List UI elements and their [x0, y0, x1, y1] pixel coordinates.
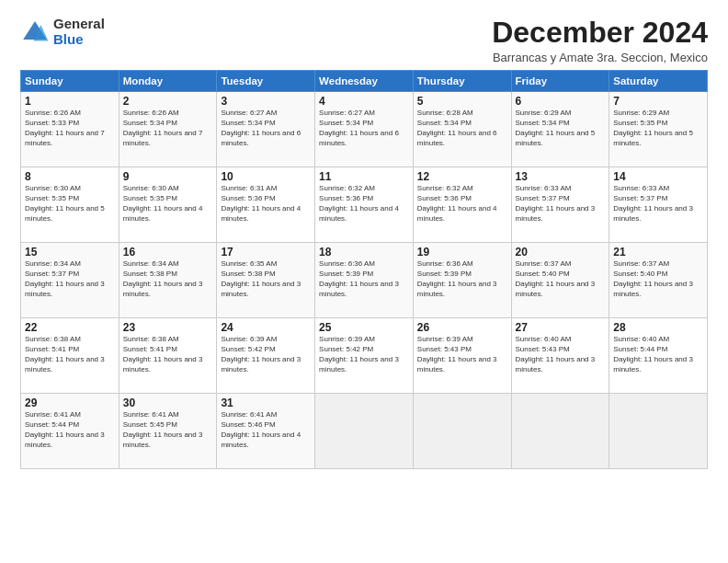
day-detail: Sunrise: 6:31 AMSunset: 5:36 PMDaylight:… [221, 184, 311, 224]
sunrise-label: Sunrise: 6:37 AM [613, 259, 669, 268]
col-friday: Friday [511, 71, 609, 92]
sunset-label: Sunset: 5:34 PM [319, 119, 373, 127]
daylight-label: Daylight: 11 hours and 3 minutes. [417, 355, 497, 373]
sunset-label: Sunset: 5:43 PM [516, 345, 570, 353]
day-detail: Sunrise: 6:28 AMSunset: 5:34 PMDaylight:… [417, 109, 507, 148]
sunrise-label: Sunrise: 6:32 AM [319, 184, 375, 192]
day-number: 3 [221, 95, 311, 108]
table-row: 3Sunrise: 6:27 AMSunset: 5:34 PMDaylight… [217, 92, 315, 167]
table-row: 19Sunrise: 6:36 AMSunset: 5:39 PMDayligh… [413, 243, 511, 318]
day-detail: Sunrise: 6:26 AMSunset: 5:33 PMDaylight:… [25, 109, 115, 148]
daylight-label: Daylight: 11 hours and 3 minutes. [613, 204, 693, 223]
sunset-label: Sunset: 5:44 PM [613, 345, 667, 353]
month-title: December 2024 [492, 17, 708, 49]
day-number: 1 [25, 95, 115, 108]
sunrise-label: Sunrise: 6:40 AM [516, 335, 572, 343]
col-tuesday: Tuesday [217, 71, 315, 92]
col-sunday: Sunday [21, 71, 119, 92]
sunrise-label: Sunrise: 6:39 AM [221, 335, 277, 343]
sunrise-label: Sunrise: 6:33 AM [613, 184, 669, 192]
table-row [413, 394, 511, 469]
sunset-label: Sunset: 5:42 PM [319, 345, 373, 353]
day-detail: Sunrise: 6:40 AMSunset: 5:44 PMDaylight:… [613, 335, 703, 374]
table-row: 12Sunrise: 6:32 AMSunset: 5:36 PMDayligh… [413, 167, 511, 243]
table-row: 2Sunrise: 6:26 AMSunset: 5:34 PMDaylight… [119, 92, 217, 167]
sunset-label: Sunset: 5:35 PM [25, 194, 79, 202]
table-row: 28Sunrise: 6:40 AMSunset: 5:44 PMDayligh… [609, 318, 708, 394]
daylight-label: Daylight: 11 hours and 3 minutes. [319, 355, 399, 373]
day-number: 4 [319, 95, 409, 108]
day-number: 25 [319, 321, 409, 334]
daylight-label: Daylight: 11 hours and 6 minutes. [319, 129, 399, 147]
header-row: Sunday Monday Tuesday Wednesday Thursday… [21, 71, 708, 92]
col-thursday: Thursday [413, 71, 511, 92]
sunset-label: Sunset: 5:34 PM [516, 119, 570, 127]
col-wednesday: Wednesday [315, 71, 414, 92]
sunset-label: Sunset: 5:36 PM [221, 194, 275, 202]
table-row: 29Sunrise: 6:41 AMSunset: 5:44 PMDayligh… [21, 394, 119, 469]
sunset-label: Sunset: 5:37 PM [613, 194, 667, 202]
logo-icon [20, 17, 50, 47]
logo-text: General Blue [53, 17, 105, 47]
sunrise-label: Sunrise: 6:41 AM [123, 410, 179, 419]
day-number: 19 [417, 246, 507, 259]
table-row: 13Sunrise: 6:33 AMSunset: 5:37 PMDayligh… [511, 167, 609, 243]
day-number: 8 [25, 170, 115, 183]
day-number: 12 [417, 170, 507, 183]
sunrise-label: Sunrise: 6:35 AM [221, 259, 277, 268]
sunset-label: Sunset: 5:46 PM [221, 420, 275, 429]
day-detail: Sunrise: 6:33 AMSunset: 5:37 PMDaylight:… [516, 184, 606, 224]
day-number: 22 [25, 321, 115, 334]
sunset-label: Sunset: 5:45 PM [123, 420, 177, 429]
header: General Blue December 2024 Barrancas y A… [20, 17, 708, 64]
sunrise-label: Sunrise: 6:27 AM [221, 109, 277, 117]
day-detail: Sunrise: 6:39 AMSunset: 5:42 PMDaylight:… [319, 335, 409, 374]
daylight-label: Daylight: 11 hours and 3 minutes. [613, 280, 693, 298]
table-row: 31Sunrise: 6:41 AMSunset: 5:46 PMDayligh… [217, 394, 315, 469]
day-detail: Sunrise: 6:32 AMSunset: 5:36 PMDaylight:… [319, 184, 409, 224]
daylight-label: Daylight: 11 hours and 3 minutes. [516, 280, 596, 298]
daylight-label: Daylight: 11 hours and 3 minutes. [613, 355, 693, 373]
sunrise-label: Sunrise: 6:31 AM [221, 184, 277, 192]
sunrise-label: Sunrise: 6:34 AM [25, 259, 81, 268]
table-row: 30Sunrise: 6:41 AMSunset: 5:45 PMDayligh… [119, 394, 217, 469]
daylight-label: Daylight: 11 hours and 4 minutes. [221, 431, 301, 449]
day-number: 24 [221, 321, 311, 334]
day-detail: Sunrise: 6:39 AMSunset: 5:42 PMDaylight:… [221, 335, 311, 374]
day-number: 9 [123, 170, 213, 183]
table-row: 6Sunrise: 6:29 AMSunset: 5:34 PMDaylight… [511, 92, 609, 167]
sunrise-label: Sunrise: 6:32 AM [417, 184, 473, 192]
table-row: 11Sunrise: 6:32 AMSunset: 5:36 PMDayligh… [315, 167, 414, 243]
calendar-week-3: 15Sunrise: 6:34 AMSunset: 5:37 PMDayligh… [21, 243, 708, 318]
logo: General Blue [20, 17, 105, 47]
table-row: 27Sunrise: 6:40 AMSunset: 5:43 PMDayligh… [511, 318, 609, 394]
day-detail: Sunrise: 6:41 AMSunset: 5:44 PMDaylight:… [25, 410, 115, 450]
day-detail: Sunrise: 6:41 AMSunset: 5:46 PMDaylight:… [221, 410, 311, 450]
sunrise-label: Sunrise: 6:39 AM [417, 335, 473, 343]
day-number: 18 [319, 246, 409, 259]
day-number: 5 [417, 95, 507, 108]
calendar-week-2: 8Sunrise: 6:30 AMSunset: 5:35 PMDaylight… [21, 167, 708, 243]
table-row: 5Sunrise: 6:28 AMSunset: 5:34 PMDaylight… [413, 92, 511, 167]
sunset-label: Sunset: 5:36 PM [417, 194, 472, 202]
sunset-label: Sunset: 5:34 PM [123, 119, 177, 127]
daylight-label: Daylight: 11 hours and 4 minutes. [221, 204, 301, 223]
day-detail: Sunrise: 6:26 AMSunset: 5:34 PMDaylight:… [123, 109, 213, 148]
sunrise-label: Sunrise: 6:27 AM [319, 109, 375, 117]
day-detail: Sunrise: 6:41 AMSunset: 5:45 PMDaylight:… [123, 410, 213, 450]
table-row: 24Sunrise: 6:39 AMSunset: 5:42 PMDayligh… [217, 318, 315, 394]
daylight-label: Daylight: 11 hours and 3 minutes. [319, 280, 399, 298]
day-number: 14 [613, 170, 703, 183]
day-detail: Sunrise: 6:34 AMSunset: 5:38 PMDaylight:… [123, 259, 213, 299]
calendar-week-1: 1Sunrise: 6:26 AMSunset: 5:33 PMDaylight… [21, 92, 708, 167]
day-number: 30 [123, 396, 213, 409]
sunset-label: Sunset: 5:38 PM [123, 270, 177, 278]
table-row: 23Sunrise: 6:38 AMSunset: 5:41 PMDayligh… [119, 318, 217, 394]
title-block: December 2024 Barrancas y Amate 3ra. Sec… [492, 17, 708, 64]
day-detail: Sunrise: 6:34 AMSunset: 5:37 PMDaylight:… [25, 259, 115, 299]
day-number: 20 [516, 246, 606, 259]
daylight-label: Daylight: 11 hours and 4 minutes. [123, 204, 203, 223]
day-detail: Sunrise: 6:29 AMSunset: 5:34 PMDaylight:… [516, 109, 606, 148]
sunset-label: Sunset: 5:39 PM [417, 270, 472, 278]
table-row: 15Sunrise: 6:34 AMSunset: 5:37 PMDayligh… [21, 243, 119, 318]
